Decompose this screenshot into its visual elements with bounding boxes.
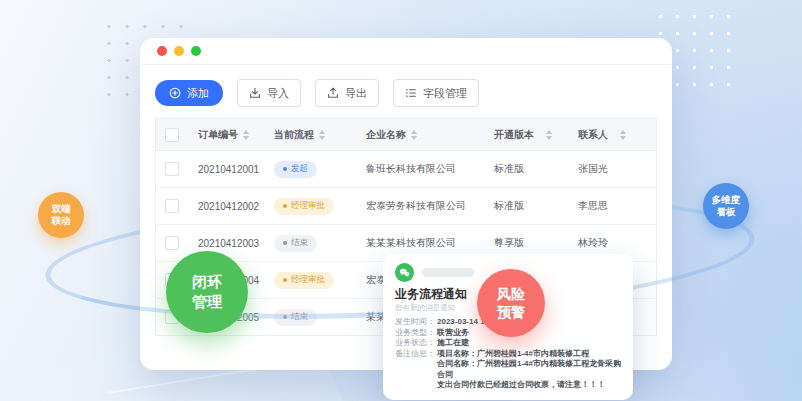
field-label-remark: 备注信息： (395, 349, 437, 391)
export-icon (327, 87, 339, 99)
company-cell: 某某某科技有限公司 (356, 236, 484, 250)
company-cell: 宏泰劳务科技有限公司 (356, 199, 484, 213)
scene: 添加 导入 导出 (0, 0, 802, 401)
header-current-flow[interactable]: 当前流程 (264, 128, 356, 142)
contact-cell: 李思思 (568, 199, 656, 213)
sort-icon[interactable] (620, 130, 626, 140)
status-dot-icon (283, 241, 287, 245)
select-all-cell (156, 128, 188, 142)
status-dot-icon (283, 278, 287, 282)
flow-status-badge: 经理审批 (274, 272, 334, 289)
badge-multi-dashboard: 多维度 看板 (703, 183, 749, 229)
add-button-label: 添加 (187, 86, 209, 101)
sort-icon[interactable] (243, 130, 249, 140)
sender-placeholder (422, 268, 474, 277)
field-manage-button-label: 字段管理 (423, 86, 467, 101)
notification-card: 业务流程通知 您有新的消息通知 发生时间： 2023-03-14 14:20 业… (383, 254, 633, 400)
field-manage-button[interactable]: 字段管理 (393, 79, 479, 107)
header-contact-label: 联系人 (578, 128, 608, 142)
order-no-cell: 20210412004 (188, 275, 264, 286)
flow-status-badge: 结束 (274, 309, 317, 326)
header-order-label: 订单编号 (198, 128, 238, 142)
row-checkbox[interactable] (165, 162, 179, 176)
status-dot-icon (283, 315, 287, 319)
order-no-cell: 20210412003 (188, 238, 264, 249)
add-button[interactable]: 添加 (155, 80, 223, 106)
import-icon (249, 87, 261, 99)
status-dot-icon (283, 204, 287, 208)
header-version[interactable]: 开通版本 (484, 128, 568, 142)
notification-title: 业务流程通知 (395, 287, 621, 301)
field-label-time: 发生时间： (395, 317, 437, 328)
company-cell: 鲁班长科技有限公司 (356, 162, 484, 176)
version-cell: 标准版 (484, 199, 568, 213)
version-cell: 标准版 (484, 162, 568, 176)
contact-cell: 林玲玲 (568, 236, 656, 250)
row-checkbox[interactable] (165, 273, 179, 287)
flow-status-badge: 经理审批 (274, 198, 334, 215)
notification-fields: 发生时间： 2023-03-14 14:20 业务类型： 联营业务 业务状态： … (395, 317, 621, 391)
order-no-cell: 20210412005 (188, 312, 264, 323)
field-value-remark: 项目名称：广州碧桂园1-4#市内精装修工程 合同名称：广州碧桂园1-4#市内精装… (437, 349, 621, 391)
order-no-cell: 20210412002 (188, 201, 264, 212)
export-button-label: 导出 (345, 86, 367, 101)
header-version-label: 开通版本 (494, 128, 534, 142)
import-button-label: 导入 (267, 86, 289, 101)
flow-status-badge: 发起 (274, 161, 317, 178)
field-label-state: 业务状态： (395, 338, 437, 349)
row-checkbox[interactable] (165, 236, 179, 250)
table-row[interactable]: 20210412002 经理审批 宏泰劳务科技有限公司 标准版 李思思 (156, 188, 656, 225)
field-value-state: 施工在建 (437, 338, 469, 349)
header-order-no[interactable]: 订单编号 (188, 128, 264, 142)
close-icon[interactable] (157, 46, 167, 56)
field-value-time: 2023-03-14 14:20 (437, 317, 501, 328)
badge-dual-linkage: 双端 联动 (38, 192, 84, 238)
remark-line: 合同名称：广州碧桂园1-4#市内精装修工程龙骨采购合同 (437, 359, 621, 380)
list-settings-icon (405, 87, 417, 99)
notification-subtitle: 您有新的消息通知 (395, 303, 621, 312)
maximize-icon[interactable] (191, 46, 201, 56)
plus-circle-icon (169, 87, 181, 99)
sort-icon[interactable] (411, 130, 417, 140)
sort-icon[interactable] (546, 130, 552, 140)
table-header-row: 订单编号 当前流程 企业名称 开通版本 联系人 (156, 119, 656, 151)
table-row[interactable]: 20210412001 发起 鲁班长科技有限公司 标准版 张国光 (156, 151, 656, 188)
row-checkbox[interactable] (165, 310, 179, 324)
contact-cell: 张国光 (568, 162, 656, 176)
status-dot-icon (283, 167, 287, 171)
flow-status-badge: 结束 (274, 235, 317, 252)
field-label-type: 业务类型： (395, 328, 437, 339)
remark-line: 支出合同付款已经超过合同收票，请注意！！！ (437, 380, 621, 391)
version-cell: 尊享版 (484, 236, 568, 250)
header-company[interactable]: 企业名称 (356, 128, 484, 142)
row-checkbox[interactable] (165, 199, 179, 213)
field-value-type: 联营业务 (437, 328, 469, 339)
toolbar: 添加 导入 导出 (140, 65, 672, 118)
sort-icon[interactable] (319, 130, 325, 140)
header-flow-label: 当前流程 (274, 128, 314, 142)
export-button[interactable]: 导出 (315, 79, 379, 107)
notification-header (395, 263, 621, 282)
header-contact[interactable]: 联系人 (568, 128, 656, 142)
remark-line: 项目名称：广州碧桂园1-4#市内精装修工程 (437, 349, 621, 360)
order-no-cell: 20210412001 (188, 164, 264, 175)
header-company-label: 企业名称 (366, 128, 406, 142)
wechat-icon (395, 263, 414, 282)
select-all-checkbox[interactable] (165, 128, 179, 142)
window-titlebar (140, 38, 672, 65)
minimize-icon[interactable] (174, 46, 184, 56)
import-button[interactable]: 导入 (237, 79, 301, 107)
